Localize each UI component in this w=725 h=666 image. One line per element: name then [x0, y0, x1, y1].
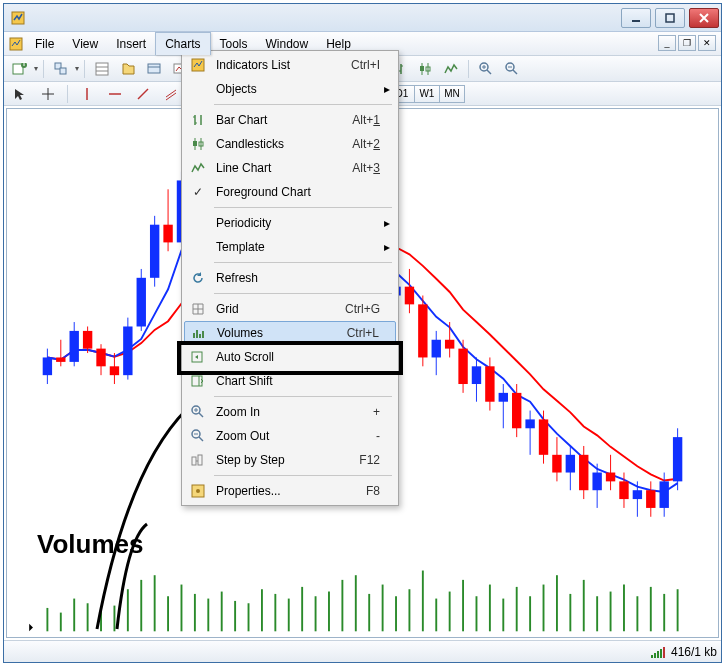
svg-line-32 — [487, 70, 491, 74]
svg-rect-67 — [137, 278, 146, 327]
menu-item-indicators-list[interactable]: Indicators ListCtrl+I — [184, 53, 396, 77]
vline-button[interactable] — [75, 83, 99, 105]
svg-rect-139 — [619, 481, 628, 499]
svg-rect-109 — [418, 304, 427, 357]
menu-item-zoom-in[interactable]: Zoom In+ — [184, 400, 396, 424]
svg-rect-59 — [83, 331, 92, 349]
indicators-icon — [184, 57, 212, 73]
menu-item-shortcut: + — [373, 405, 396, 419]
chartshift-icon — [184, 373, 212, 389]
bar-chart-icon — [184, 112, 212, 128]
charts-menu-dropdown: Indicators ListCtrl+IObjects▸Bar ChartAl… — [181, 50, 399, 506]
menu-item-properties-[interactable]: Properties...F8 — [184, 479, 396, 503]
menu-item-step-by-step[interactable]: Step by StepF12 — [184, 448, 396, 472]
menu-item-label: Periodicity — [212, 216, 396, 230]
menu-file[interactable]: File — [26, 32, 63, 55]
statusbar: 416/1 kb — [4, 640, 721, 662]
svg-rect-129 — [552, 455, 561, 473]
svg-rect-202 — [193, 141, 197, 146]
line-chart-icon — [184, 160, 212, 176]
status-text: 416/1 kb — [671, 645, 717, 659]
menu-item-chart-shift[interactable]: Chart Shift — [184, 369, 396, 393]
svg-rect-137 — [606, 473, 615, 482]
zoom-in-button[interactable] — [474, 58, 498, 80]
step-icon — [184, 452, 212, 468]
menu-item-line-chart[interactable]: Line ChartAlt+3 — [184, 156, 396, 180]
refresh-icon — [184, 270, 212, 286]
menu-item-label: Volumes — [213, 326, 347, 340]
menu-item-bar-chart[interactable]: Bar ChartAlt+1 — [184, 108, 396, 132]
minimize-button[interactable] — [621, 8, 651, 28]
close-button[interactable] — [689, 8, 719, 28]
menu-item-label: Properties... — [212, 484, 366, 498]
menu-separator — [214, 293, 392, 294]
menu-item-periodicity[interactable]: Periodicity▸ — [184, 211, 396, 235]
menu-item-label: Line Chart — [212, 161, 352, 175]
menu-item-template[interactable]: Template▸ — [184, 235, 396, 259]
channel-button[interactable] — [159, 83, 183, 105]
svg-rect-9 — [96, 63, 108, 75]
check — [184, 185, 212, 199]
svg-rect-127 — [539, 419, 548, 454]
submenu-arrow-icon: ▸ — [384, 240, 390, 254]
svg-rect-219 — [192, 457, 196, 465]
svg-line-213 — [199, 413, 203, 417]
menu-item-grid[interactable]: GridCtrl+G — [184, 297, 396, 321]
cursor-button[interactable] — [8, 83, 32, 105]
candlesticks-icon — [184, 136, 212, 152]
crosshair-button[interactable] — [36, 83, 60, 105]
menu-separator — [214, 396, 392, 397]
mdi-icon — [6, 32, 26, 55]
svg-rect-107 — [405, 287, 414, 305]
market-watch-button[interactable] — [90, 58, 114, 80]
menu-item-shortcut: Alt+3 — [352, 161, 396, 175]
svg-rect-147 — [673, 437, 682, 481]
menu-item-foreground-chart[interactable]: Foreground Chart — [184, 180, 396, 204]
menu-view[interactable]: View — [63, 32, 107, 55]
menu-separator — [214, 475, 392, 476]
mdi-restore[interactable]: ❐ — [678, 35, 696, 51]
maximize-button[interactable] — [655, 8, 685, 28]
menu-item-shortcut: Alt+2 — [352, 137, 396, 151]
menu-insert[interactable]: Insert — [107, 32, 155, 55]
menu-item-volumes[interactable]: VolumesCtrl+L — [184, 321, 396, 345]
submenu-arrow-icon: ▸ — [384, 82, 390, 96]
svg-rect-117 — [472, 366, 481, 384]
svg-rect-125 — [525, 419, 534, 428]
line-chart-button[interactable] — [439, 58, 463, 80]
menu-item-auto-scroll[interactable]: Auto Scroll — [184, 345, 396, 369]
menu-item-label: Step by Step — [212, 453, 359, 467]
timeframe-W1[interactable]: W1 — [414, 85, 440, 103]
menu-item-shortcut: F12 — [359, 453, 396, 467]
connection-icon — [651, 646, 665, 658]
trendline-button[interactable] — [131, 83, 155, 105]
svg-rect-119 — [485, 366, 494, 401]
svg-point-222 — [196, 489, 200, 493]
timeframe-MN[interactable]: MN — [439, 85, 465, 103]
window-controls — [621, 8, 719, 28]
profiles-button[interactable] — [49, 58, 73, 80]
menu-item-objects[interactable]: Objects▸ — [184, 77, 396, 101]
svg-line-42 — [138, 89, 148, 99]
mdi-close[interactable]: ✕ — [698, 35, 716, 51]
svg-line-217 — [199, 437, 203, 441]
menu-item-candlesticks[interactable]: CandlesticksAlt+2 — [184, 132, 396, 156]
svg-rect-121 — [499, 393, 508, 402]
zoom-out-icon — [184, 428, 212, 444]
svg-rect-141 — [633, 490, 642, 499]
menu-item-zoom-out[interactable]: Zoom Out- — [184, 424, 396, 448]
menu-charts[interactable]: Charts — [155, 32, 210, 55]
new-chart-button[interactable]: + — [8, 58, 32, 80]
svg-rect-53 — [43, 357, 52, 375]
hline-button[interactable] — [103, 83, 127, 105]
candlesticks-button[interactable] — [413, 58, 437, 80]
titlebar — [4, 4, 721, 32]
svg-rect-131 — [566, 455, 575, 473]
menu-item-refresh[interactable]: Refresh — [184, 266, 396, 290]
terminal-button[interactable] — [142, 58, 166, 80]
zoom-out-button[interactable] — [500, 58, 524, 80]
menu-item-label: Refresh — [212, 271, 396, 285]
navigator-button[interactable] — [116, 58, 140, 80]
menu-item-shortcut: Alt+1 — [352, 113, 396, 127]
mdi-minimize[interactable]: _ — [658, 35, 676, 51]
